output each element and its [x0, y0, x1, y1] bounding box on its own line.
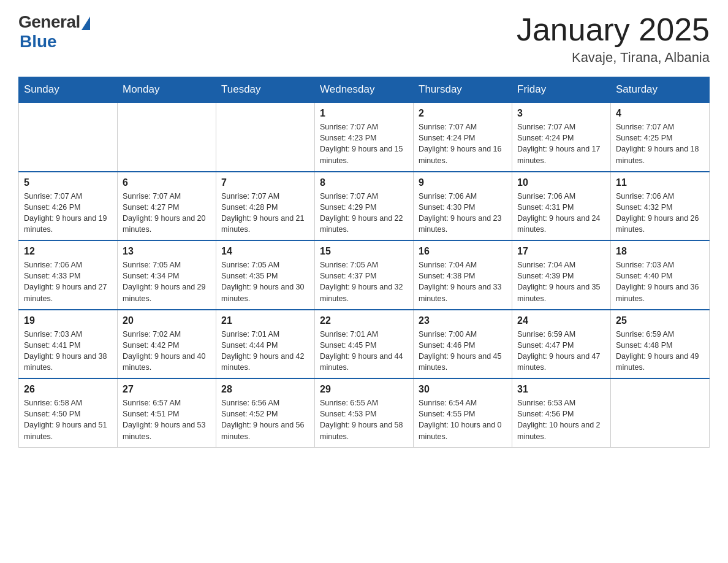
calendar-cell: 24Sunrise: 6:59 AMSunset: 4:47 PMDayligh… [512, 310, 611, 379]
day-info: Sunrise: 6:57 AMSunset: 4:51 PMDaylight:… [123, 397, 211, 442]
day-number: 24 [517, 315, 605, 326]
day-number: 20 [123, 315, 211, 326]
calendar-cell [118, 102, 216, 172]
calendar-cell: 14Sunrise: 7:05 AMSunset: 4:35 PMDayligh… [216, 240, 315, 310]
calendar-cell: 2Sunrise: 7:07 AMSunset: 4:24 PMDaylight… [414, 102, 512, 172]
calendar-cell: 28Sunrise: 6:56 AMSunset: 4:52 PMDayligh… [216, 378, 315, 447]
calendar-header: SundayMondayTuesdayWednesdayThursdayFrid… [19, 77, 710, 103]
day-info: Sunrise: 7:06 AMSunset: 4:33 PMDaylight:… [24, 259, 112, 304]
day-number: 5 [24, 177, 112, 188]
calendar-cell: 15Sunrise: 7:05 AMSunset: 4:37 PMDayligh… [315, 240, 414, 310]
calendar-cell: 19Sunrise: 7:03 AMSunset: 4:41 PMDayligh… [19, 310, 118, 379]
calendar-cell: 6Sunrise: 7:07 AMSunset: 4:27 PMDaylight… [118, 172, 216, 241]
day-info: Sunrise: 7:06 AMSunset: 4:31 PMDaylight:… [517, 191, 605, 236]
calendar-cell [19, 102, 118, 172]
weekday-header-tuesday: Tuesday [216, 77, 315, 103]
calendar-cell: 11Sunrise: 7:06 AMSunset: 4:32 PMDayligh… [611, 172, 710, 241]
day-number: 27 [123, 384, 211, 395]
day-info: Sunrise: 7:06 AMSunset: 4:32 PMDaylight:… [616, 191, 704, 236]
calendar-cell: 3Sunrise: 7:07 AMSunset: 4:24 PMDaylight… [512, 102, 611, 172]
calendar-cell: 16Sunrise: 7:04 AMSunset: 4:38 PMDayligh… [414, 240, 512, 310]
calendar-cell: 10Sunrise: 7:06 AMSunset: 4:31 PMDayligh… [512, 172, 611, 241]
day-info: Sunrise: 7:07 AMSunset: 4:24 PMDaylight:… [419, 121, 507, 166]
calendar-week-row: 26Sunrise: 6:58 AMSunset: 4:50 PMDayligh… [19, 378, 710, 447]
day-info: Sunrise: 7:04 AMSunset: 4:39 PMDaylight:… [517, 259, 605, 304]
calendar-week-row: 1Sunrise: 7:07 AMSunset: 4:23 PMDaylight… [19, 102, 710, 172]
calendar-cell: 7Sunrise: 7:07 AMSunset: 4:28 PMDaylight… [216, 172, 315, 241]
calendar-body: 1Sunrise: 7:07 AMSunset: 4:23 PMDaylight… [19, 102, 710, 447]
logo-blue-text: Blue [20, 32, 57, 52]
calendar-cell: 23Sunrise: 7:00 AMSunset: 4:46 PMDayligh… [414, 310, 512, 379]
calendar-cell: 13Sunrise: 7:05 AMSunset: 4:34 PMDayligh… [118, 240, 216, 310]
day-number: 30 [419, 384, 507, 395]
day-info: Sunrise: 6:58 AMSunset: 4:50 PMDaylight:… [24, 397, 112, 442]
day-info: Sunrise: 7:05 AMSunset: 4:35 PMDaylight:… [221, 259, 309, 304]
day-number: 16 [419, 246, 507, 257]
day-number: 12 [24, 246, 112, 257]
day-info: Sunrise: 7:07 AMSunset: 4:24 PMDaylight:… [517, 121, 605, 166]
weekday-header-monday: Monday [118, 77, 216, 103]
day-number: 29 [320, 384, 408, 395]
day-info: Sunrise: 6:59 AMSunset: 4:47 PMDaylight:… [517, 329, 605, 373]
weekday-header-sunday: Sunday [19, 77, 118, 103]
weekday-header-thursday: Thursday [414, 77, 512, 103]
day-number: 21 [221, 315, 309, 326]
calendar-cell: 22Sunrise: 7:01 AMSunset: 4:45 PMDayligh… [315, 310, 414, 379]
calendar-cell: 30Sunrise: 6:54 AMSunset: 4:55 PMDayligh… [414, 378, 512, 447]
day-info: Sunrise: 6:54 AMSunset: 4:55 PMDaylight:… [419, 397, 507, 442]
day-info: Sunrise: 7:07 AMSunset: 4:27 PMDaylight:… [123, 191, 211, 236]
day-number: 9 [419, 177, 507, 188]
calendar-cell: 26Sunrise: 6:58 AMSunset: 4:50 PMDayligh… [19, 378, 118, 447]
calendar-cell: 31Sunrise: 6:53 AMSunset: 4:56 PMDayligh… [512, 378, 611, 447]
day-info: Sunrise: 7:01 AMSunset: 4:44 PMDaylight:… [221, 329, 309, 373]
day-number: 7 [221, 177, 309, 188]
calendar-cell: 21Sunrise: 7:01 AMSunset: 4:44 PMDayligh… [216, 310, 315, 379]
day-info: Sunrise: 7:07 AMSunset: 4:28 PMDaylight:… [221, 191, 309, 236]
day-number: 14 [221, 246, 309, 257]
calendar-table: SundayMondayTuesdayWednesdayThursdayFrid… [18, 77, 710, 448]
day-number: 31 [517, 384, 605, 395]
day-number: 6 [123, 177, 211, 188]
day-number: 18 [616, 246, 704, 257]
logo: General Blue [18, 12, 90, 52]
calendar-cell: 1Sunrise: 7:07 AMSunset: 4:23 PMDaylight… [315, 102, 414, 172]
day-info: Sunrise: 7:05 AMSunset: 4:34 PMDaylight:… [123, 259, 211, 304]
calendar-title: January 2025 [517, 12, 710, 47]
day-info: Sunrise: 7:06 AMSunset: 4:30 PMDaylight:… [419, 191, 507, 236]
day-info: Sunrise: 7:02 AMSunset: 4:42 PMDaylight:… [123, 329, 211, 373]
calendar-cell: 25Sunrise: 6:59 AMSunset: 4:48 PMDayligh… [611, 310, 710, 379]
day-number: 2 [419, 108, 507, 119]
day-number: 25 [616, 315, 704, 326]
day-info: Sunrise: 6:59 AMSunset: 4:48 PMDaylight:… [616, 329, 704, 373]
day-info: Sunrise: 7:01 AMSunset: 4:45 PMDaylight:… [320, 329, 408, 373]
weekday-header-row: SundayMondayTuesdayWednesdayThursdayFrid… [19, 77, 710, 103]
day-number: 8 [320, 177, 408, 188]
calendar-cell: 27Sunrise: 6:57 AMSunset: 4:51 PMDayligh… [118, 378, 216, 447]
day-number: 26 [24, 384, 112, 395]
day-number: 11 [616, 177, 704, 188]
day-info: Sunrise: 6:53 AMSunset: 4:56 PMDaylight:… [517, 397, 605, 442]
day-info: Sunrise: 6:55 AMSunset: 4:53 PMDaylight:… [320, 397, 408, 442]
weekday-header-saturday: Saturday [611, 77, 710, 103]
day-info: Sunrise: 7:07 AMSunset: 4:26 PMDaylight:… [24, 191, 112, 236]
calendar-cell: 18Sunrise: 7:03 AMSunset: 4:40 PMDayligh… [611, 240, 710, 310]
calendar-cell: 17Sunrise: 7:04 AMSunset: 4:39 PMDayligh… [512, 240, 611, 310]
day-number: 10 [517, 177, 605, 188]
day-info: Sunrise: 7:00 AMSunset: 4:46 PMDaylight:… [419, 329, 507, 373]
day-info: Sunrise: 7:07 AMSunset: 4:23 PMDaylight:… [320, 121, 408, 166]
day-info: Sunrise: 7:04 AMSunset: 4:38 PMDaylight:… [419, 259, 507, 304]
day-number: 22 [320, 315, 408, 326]
day-info: Sunrise: 7:03 AMSunset: 4:40 PMDaylight:… [616, 259, 704, 304]
day-info: Sunrise: 6:56 AMSunset: 4:52 PMDaylight:… [221, 397, 309, 442]
calendar-cell [216, 102, 315, 172]
day-number: 15 [320, 246, 408, 257]
calendar-cell [611, 378, 710, 447]
day-number: 3 [517, 108, 605, 119]
calendar-cell: 9Sunrise: 7:06 AMSunset: 4:30 PMDaylight… [414, 172, 512, 241]
calendar-cell: 4Sunrise: 7:07 AMSunset: 4:25 PMDaylight… [611, 102, 710, 172]
day-info: Sunrise: 7:03 AMSunset: 4:41 PMDaylight:… [24, 329, 112, 373]
calendar-cell: 8Sunrise: 7:07 AMSunset: 4:29 PMDaylight… [315, 172, 414, 241]
calendar-cell: 12Sunrise: 7:06 AMSunset: 4:33 PMDayligh… [19, 240, 118, 310]
day-info: Sunrise: 7:05 AMSunset: 4:37 PMDaylight:… [320, 259, 408, 304]
calendar-subtitle: Kavaje, Tirana, Albania [517, 50, 710, 66]
